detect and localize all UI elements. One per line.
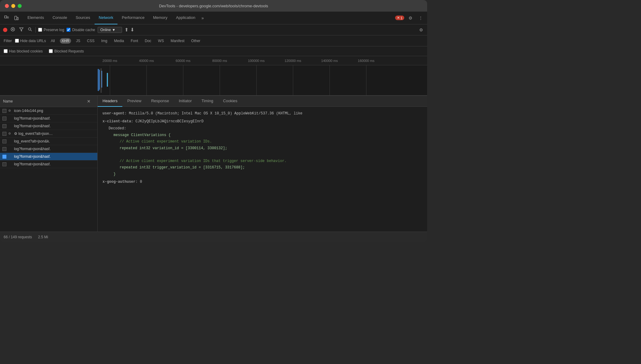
tab-cookies[interactable]: Cookies xyxy=(218,96,242,107)
stop-icon[interactable] xyxy=(10,26,16,33)
file-checkbox[interactable] xyxy=(2,109,6,113)
filter-doc[interactable]: Doc xyxy=(143,38,153,44)
file-item[interactable]: log?format=json&hasf. xyxy=(0,115,97,122)
tab-response[interactable]: Response xyxy=(146,96,174,107)
code-comment-1: // Active client experiment variation ID… xyxy=(120,139,422,145)
file-checkbox[interactable] xyxy=(2,117,6,121)
svg-line-9 xyxy=(31,30,32,31)
tick-140000: 140000 ms xyxy=(321,59,338,63)
devtools-icons xyxy=(2,14,21,22)
inspect-icon[interactable] xyxy=(2,14,11,22)
tab-bar-right: ✕ 1 ⚙ ⋮ xyxy=(395,14,425,22)
tab-elements[interactable]: Elements xyxy=(23,12,48,24)
tab-timing[interactable]: Timing xyxy=(197,96,218,107)
filter-js[interactable]: JS xyxy=(74,38,82,44)
file-name: log_event?alt=json&k. xyxy=(14,139,50,143)
file-name: icon-144x144.png xyxy=(14,109,43,113)
file-item[interactable]: log?format=json&hasf. xyxy=(0,145,97,153)
error-badge[interactable]: ✕ 1 xyxy=(395,16,404,20)
code-content: message ClientVariations { // Active cli… xyxy=(109,132,422,178)
file-checkbox[interactable] xyxy=(2,124,6,128)
tab-memory[interactable]: Memory xyxy=(149,12,172,24)
hide-data-urls-checkbox[interactable]: Hide data URLs xyxy=(15,39,46,43)
file-checkbox[interactable] xyxy=(2,147,6,151)
filter-xhr[interactable]: XHR xyxy=(60,38,71,44)
filter-manifest[interactable]: Manifest xyxy=(169,38,186,44)
preserve-log-checkbox[interactable]: Preserve log xyxy=(38,28,64,32)
file-name: ⚙ log_event?alt=json… xyxy=(14,132,53,136)
tab-bar: Elements Console Sources Network Perform… xyxy=(0,12,427,24)
tab-initiator[interactable]: Initiator xyxy=(174,96,197,107)
requests-count: 66 / 149 requests xyxy=(4,235,32,239)
tick-160000: 160000 ms xyxy=(358,59,374,63)
minimize-button[interactable] xyxy=(11,4,15,8)
x-client-data-row: x-client-data: CJK2yQEIpLbJAQirncoBCIesy… xyxy=(103,118,422,125)
has-blocked-cookies-checkbox[interactable]: Has blocked cookies xyxy=(4,49,43,53)
file-item[interactable]: log?format=json&hasf. xyxy=(0,153,97,160)
file-checkbox[interactable] xyxy=(2,132,6,136)
tick-60000: 60000 ms xyxy=(176,59,190,63)
file-item[interactable]: log?format=json&hasf. xyxy=(0,160,97,168)
more-options-icon[interactable]: ⋮ xyxy=(417,14,425,22)
filter-icon[interactable] xyxy=(18,26,24,33)
upload-download-icons: ⬆ ⬇ xyxy=(124,27,134,33)
filter-other[interactable]: Other xyxy=(189,38,202,44)
file-checkbox[interactable] xyxy=(2,162,6,166)
download-icon[interactable]: ⬇ xyxy=(130,27,134,33)
blocked-bar: Has blocked cookies Blocked Requests xyxy=(0,46,427,56)
toolbar-separator xyxy=(35,27,36,33)
file-type-icon xyxy=(8,155,12,159)
disable-cache-checkbox[interactable]: Disable cache xyxy=(67,28,95,32)
blocked-requests-checkbox[interactable]: Blocked Requests xyxy=(49,49,84,53)
file-type-icon xyxy=(8,139,12,143)
file-checkbox[interactable] xyxy=(2,139,6,143)
network-settings-icon[interactable]: ⚙ xyxy=(418,27,424,33)
x-goog-value: 0 xyxy=(140,180,142,184)
filter-label: Filter xyxy=(4,39,12,43)
record-button[interactable] xyxy=(3,28,7,32)
filter-media[interactable]: Media xyxy=(112,38,126,44)
filter-bar: Filter Hide data URLs All XHR JS CSS Img… xyxy=(0,35,427,46)
user-agent-row: user-agent: Mozilla/5.0 (Macintosh; Inte… xyxy=(103,110,422,117)
tab-console[interactable]: Console xyxy=(48,12,71,24)
panel-close-button[interactable]: ✕ xyxy=(85,98,93,105)
filter-img[interactable]: Img xyxy=(99,38,109,44)
svg-rect-4 xyxy=(17,17,18,20)
svg-rect-3 xyxy=(15,16,17,20)
file-item[interactable]: log_event?alt=json&k. xyxy=(0,138,97,145)
svg-rect-0 xyxy=(5,16,7,18)
filter-all[interactable]: All xyxy=(49,38,56,44)
file-item[interactable]: log?format=json&hasf. xyxy=(0,122,97,130)
upload-icon[interactable]: ⬆ xyxy=(124,27,128,33)
filter-font[interactable]: Font xyxy=(129,38,140,44)
fullscreen-button[interactable] xyxy=(18,4,22,8)
more-tabs-button[interactable]: » xyxy=(200,14,206,22)
tab-preview[interactable]: Preview xyxy=(122,96,146,107)
file-item[interactable]: ⚙ ⚙ log_event?alt=json… xyxy=(0,130,97,138)
file-checkbox[interactable] xyxy=(2,155,6,159)
tab-network[interactable]: Network xyxy=(95,12,118,24)
name-column-header: Name xyxy=(3,99,13,103)
file-name: log?format=json&hasf. xyxy=(14,154,51,159)
throttle-dropdown[interactable]: Online ▼ xyxy=(98,27,122,33)
headers-content[interactable]: user-agent: Mozilla/5.0 (Macintosh; Inte… xyxy=(98,107,427,232)
tab-performance[interactable]: Performance xyxy=(117,12,149,24)
settings-icon[interactable]: ⚙ xyxy=(407,14,414,22)
user-agent-key: user-agent: xyxy=(103,111,127,116)
tick-80000: 80000 ms xyxy=(212,59,227,63)
code-empty xyxy=(120,152,422,158)
device-icon[interactable] xyxy=(12,14,21,22)
file-item[interactable]: ⚙ icon-144x144.png xyxy=(0,107,97,115)
filter-ws[interactable]: WS xyxy=(156,38,166,44)
x-goog-row: x-goog-authuser: 0 xyxy=(103,179,422,186)
filter-css[interactable]: CSS xyxy=(85,38,96,44)
x-goog-key: x-goog-authuser: xyxy=(103,180,138,184)
tab-sources[interactable]: Sources xyxy=(71,12,95,24)
tab-application[interactable]: Application xyxy=(172,12,200,24)
tab-headers[interactable]: Headers xyxy=(98,96,122,107)
file-list: Name ✕ ⚙ icon-144x144.png log?format=jso… xyxy=(0,96,98,232)
search-icon[interactable] xyxy=(27,26,33,33)
close-button[interactable] xyxy=(5,4,9,8)
details-tabs: Headers Preview Response Initiator Timin… xyxy=(98,96,427,107)
traffic-lights xyxy=(5,4,22,8)
